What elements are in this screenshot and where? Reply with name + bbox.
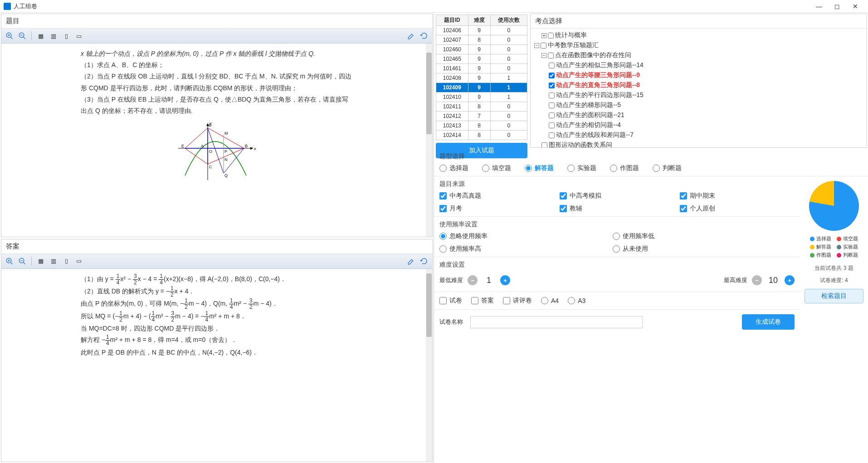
freq-never[interactable]: 从未使用 [613,245,772,253]
freq-ignore[interactable]: 忽略使用频率 [439,232,599,240]
tree-node[interactable]: 图形运动的函数关系问 [532,140,865,147]
maximize-button[interactable]: ◻ [828,0,846,13]
layout-icon-4[interactable]: ▭ [73,30,84,41]
table-row[interactable]: 10240690 [436,26,527,35]
edit-icon[interactable] [406,30,417,41]
source-3[interactable]: 月考 [439,205,546,213]
out-answer[interactable]: 答案 [471,297,494,305]
answer-line-2: （2）直线 DB 的解析式为 y = −12x + 4． [81,286,353,298]
question-table-panel: 题目ID 难度 使用次数 102406901024078010246090102… [434,13,529,149]
layout-icon-1[interactable]: ▦ [35,256,46,267]
tree-node-selected[interactable]: 动点产生的直角三角形问题--8 [532,80,865,90]
table-row[interactable]: 10246090 [436,45,527,54]
answer-line-5: 当 MQ=DC=8 时，四边形 CQMD 是平行四边形． [81,323,353,334]
qtype-5[interactable]: 判断题 [653,164,682,172]
qtype-title: 题型选择 [439,152,863,161]
freq-section: 使用频率设置 忽略使用频率 使用频率低 使用频率高 从未使用 [434,217,800,257]
source-4[interactable]: 教辅 [560,205,666,213]
refresh-icon[interactable] [419,30,429,41]
min-diff-value: 1 [482,276,496,285]
titlebar: 人工组卷 — ◻ ✕ [0,0,868,13]
out-review[interactable]: 讲评卷 [503,297,532,305]
max-diff-label: 最高难度 [724,276,747,284]
close-button[interactable]: ✕ [846,0,864,13]
table-row[interactable]: 10146190 [436,64,527,73]
table-row[interactable]: 10241380 [436,121,527,131]
layout-icon-3[interactable]: ▯ [61,256,72,267]
question-table[interactable]: 题目ID 难度 使用次数 102406901024078010246090102… [436,15,527,140]
edit-icon[interactable] [406,256,417,267]
name-section: 试卷名称 生成试卷 [434,310,800,334]
qtype-0[interactable]: 选择题 [439,164,468,172]
max-diff-plus[interactable]: + [785,275,795,285]
source-5[interactable]: 个人原创 [680,205,786,213]
table-row[interactable]: 10240991 [436,83,527,93]
svg-line-5 [23,37,25,39]
tree-node[interactable]: 动点产生的平行四边形问题--15 [532,90,865,100]
search-button[interactable]: 检索题目 [805,289,863,303]
tree-node[interactable]: 动点产生的梯形问题--5 [532,100,865,110]
col-id: 题目ID [436,15,468,26]
min-diff-plus[interactable]: + [500,275,510,285]
paper-name-input[interactable] [470,316,643,328]
layout-icon-2[interactable]: ▥ [48,30,59,41]
zoom-in-icon[interactable] [4,30,15,41]
qtype-pie-chart [809,181,859,231]
table-row[interactable]: 10246590 [436,54,527,64]
tree-node[interactable]: +统计与概率 [532,30,865,40]
svg-marker-8 [250,147,253,150]
svg-text:A: A [201,144,204,148]
question-scrollbar[interactable] [426,44,432,237]
table-row[interactable]: 10241270 [436,112,527,121]
tree-node[interactable]: 动点产生的相切问题--4 [532,120,865,130]
source-0[interactable]: 中考高真题 [439,192,546,200]
refresh-icon[interactable] [419,256,429,267]
table-row[interactable]: 10240780 [436,35,527,45]
knowledge-tree[interactable]: +统计与概率 −中考数学压轴题汇 −点在函数图像中的存在性问 动点产生的相似三角… [531,29,867,147]
freq-low[interactable]: 使用频率低 [613,232,772,240]
stats-panel: 选择题填空题 解答题实验题 作图题判断题 当前试卷共 3 题 试卷难度: 4 检… [800,176,868,463]
tree-node[interactable]: 动点产生的相似三角形问题--14 [532,60,865,70]
out-a4[interactable]: A4 [541,297,559,304]
tree-node[interactable]: 动点产生的面积问题--21 [532,110,865,120]
generate-button[interactable]: 生成试卷 [742,314,795,330]
qtype-4[interactable]: 作图题 [610,164,639,172]
minimize-button[interactable]: — [810,0,828,13]
name-label: 试卷名称 [439,318,463,326]
answer-content[interactable]: （1）由 y = 14x² − 32x − 4 = 14(x+2)(x−8)，得… [1,269,432,462]
table-row[interactable]: 10241091 [436,93,527,102]
tree-node-selected[interactable]: 动点产生的等腰三角形问题--9 [532,70,865,80]
zoom-in-icon[interactable] [4,256,15,267]
svg-line-13 [185,128,208,148]
source-2[interactable]: 期中期末 [680,192,786,200]
tree-node[interactable]: 动点产生的线段和差问题--7 [532,130,865,140]
tree-node[interactable]: −中考数学压轴题汇 [532,40,865,50]
min-diff-minus[interactable]: − [468,275,478,285]
table-row[interactable]: 10240891 [436,73,527,83]
max-diff-minus[interactable]: − [752,275,762,285]
layout-icon-2[interactable]: ▥ [48,256,59,267]
answer-line-3: 由点 P 的坐标为(m, 0)，可得 M(m, −12m − 4)，Q(m, 1… [81,298,353,310]
qtype-2[interactable]: 解答题 [525,164,554,172]
question-content[interactable]: x 轴上的一个动点，设点 P 的坐标为(m, 0)，过点 P 作 x 轴的垂线 … [1,44,432,237]
qtype-3[interactable]: 实验题 [567,164,596,172]
qtype-1[interactable]: 填空题 [482,164,511,172]
table-row[interactable]: 10241480 [436,131,527,140]
layout-icon-3[interactable]: ▯ [61,30,72,41]
layout-icon-4[interactable]: ▭ [73,256,84,267]
col-diff: 难度 [468,15,490,26]
source-1[interactable]: 中高考模拟 [560,192,666,200]
zoom-out-icon[interactable] [17,256,28,267]
layout-icon-1[interactable]: ▦ [35,30,46,41]
out-paper[interactable]: 试卷 [439,297,462,305]
freq-title: 使用频率设置 [439,220,795,229]
svg-line-16 [185,148,208,164]
answer-scrollbar[interactable] [426,269,432,462]
pie-legend: 选择题填空题 解答题实验题 作图题判断题 [810,235,858,260]
freq-high[interactable]: 使用频率高 [439,245,599,253]
zoom-out-icon[interactable] [17,30,28,41]
table-row[interactable]: 10241180 [436,102,527,112]
tree-node[interactable]: −点在函数图像中的存在性问 [532,50,865,60]
out-a3[interactable]: A3 [568,297,585,304]
svg-text:D: D [209,123,212,127]
